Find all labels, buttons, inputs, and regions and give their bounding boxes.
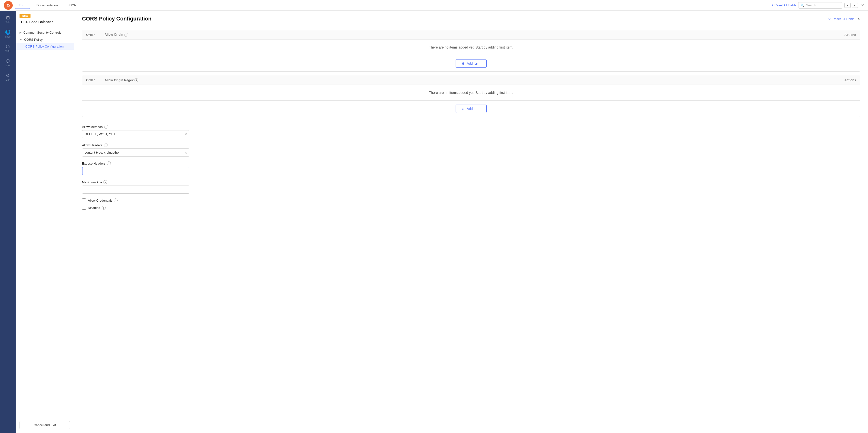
- info-icon-disabled[interactable]: i: [102, 206, 106, 210]
- sidebar-item-cors-policy[interactable]: ▼ CORS Policy: [16, 36, 74, 43]
- main-content: CORS Policy Configuration ↺ Reset All Fi…: [74, 11, 868, 433]
- allow-credentials-checkbox[interactable]: [82, 198, 86, 202]
- tab-json[interactable]: JSON: [64, 2, 81, 9]
- collapse-button[interactable]: ∧: [857, 16, 860, 21]
- content-reset-button[interactable]: ↺ Reset All Fields: [828, 17, 854, 21]
- allow-headers-clear-button[interactable]: ✕: [184, 151, 187, 155]
- sidebar-top: New HTTP Load Balancer: [16, 11, 74, 27]
- allow-methods-wrapper: ✕: [82, 130, 189, 138]
- sidebar-item-label-common-security: Common Security Controls: [24, 31, 61, 34]
- allow-methods-input[interactable]: [82, 130, 189, 138]
- mesh-icon: ⬡: [6, 58, 10, 64]
- search-box: 🔍: [798, 2, 842, 8]
- allow-origin-regex-section: Order Allow Origin Regex i Actions There…: [82, 75, 860, 117]
- sidebar-icon-mesh[interactable]: ⬡ Mes: [0, 56, 16, 69]
- allow-methods-field: Allow Methods i ✕: [82, 125, 860, 138]
- sidebar-item-label-cors-policy: CORS Policy: [24, 38, 43, 41]
- nav-down-button[interactable]: ▼: [851, 3, 858, 8]
- sidebar-icon-label-mesh: Mes: [6, 64, 10, 67]
- info-icon-allow-origin[interactable]: i: [124, 33, 128, 37]
- tab-form[interactable]: Form: [14, 2, 30, 9]
- topbar-reset-button[interactable]: ↺ Reset All Fields: [770, 3, 797, 7]
- info-icon-allow-methods[interactable]: i: [104, 125, 108, 129]
- col-allow-origin: Allow Origin i: [104, 33, 128, 37]
- info-icon-allow-credentials[interactable]: i: [114, 198, 118, 202]
- manage-icon: ⚙: [6, 73, 10, 78]
- sidebar-icon-label-virtual: Virtu: [5, 50, 10, 53]
- disabled-checkbox[interactable]: [82, 206, 86, 210]
- allow-origin-regex-header: Order Allow Origin Regex i Actions: [82, 76, 860, 85]
- sidebar-icon-grid[interactable]: ⊞ Sele: [0, 13, 16, 26]
- sidebar-item-common-security[interactable]: ▶ Common Security Controls: [16, 29, 74, 36]
- col-allow-origin-regex-label: Allow Origin Regex: [104, 78, 133, 82]
- info-icon-allow-origin-regex[interactable]: i: [134, 78, 138, 82]
- reset-label: Reset All Fields: [775, 3, 797, 7]
- info-icon-expose-headers[interactable]: i: [107, 161, 111, 165]
- col-order-2: Order: [86, 78, 95, 82]
- allow-methods-clear-button[interactable]: ✕: [184, 132, 187, 136]
- sidebar-icon-label-grid: Sele: [5, 21, 10, 24]
- reset-content-icon: ↺: [828, 17, 831, 21]
- allow-origin-regex-add-label: Add Item: [467, 107, 480, 111]
- sidebar-icon-manage[interactable]: ⚙ Man: [0, 70, 16, 84]
- globe-icon: 🌐: [5, 30, 10, 35]
- arrow-icon-common: ▶: [20, 31, 22, 34]
- sidebar-nav: ▶ Common Security Controls ▼ CORS Policy…: [16, 27, 74, 417]
- allow-headers-input[interactable]: [82, 148, 189, 157]
- new-badge: New: [20, 14, 31, 18]
- nav-arrows: ▲ ▼: [844, 3, 858, 8]
- maximum-age-label: Maximum Age: [82, 180, 102, 184]
- sidebar-icon-label-sites: Sites: [5, 35, 10, 38]
- maximum-age-wrapper: [82, 186, 189, 194]
- allow-origin-add-button[interactable]: ⊕ Add Item: [456, 59, 486, 68]
- info-icon-maximum-age[interactable]: i: [103, 180, 107, 184]
- col-allow-origin-label: Allow Origin: [104, 33, 123, 36]
- grid-icon: ⊞: [6, 15, 10, 21]
- allow-origin-regex-empty: There are no items added yet. Start by a…: [82, 85, 860, 100]
- expose-headers-input[interactable]: [82, 167, 189, 175]
- primary-sidebar: New HTTP Load Balancer ▶ Common Security…: [16, 11, 74, 433]
- secondary-sidebar: ⊞ Sele 🌐 Sites ⬡ Virtu ⬡ Mes ⚙ Man: [0, 11, 16, 433]
- arrow-icon-cors: ▼: [20, 38, 22, 41]
- col-order-1: Order: [86, 33, 95, 37]
- allow-credentials-label: Allow Credentials i: [88, 198, 118, 202]
- cancel-exit-button[interactable]: Cancel and Exit: [20, 421, 70, 429]
- expose-headers-wrapper: [82, 167, 189, 175]
- col-actions-2: Actions: [844, 78, 856, 82]
- plus-icon-2: ⊕: [462, 107, 465, 111]
- expose-headers-label: Expose Headers: [82, 162, 105, 165]
- close-button[interactable]: ✕: [861, 3, 864, 7]
- allow-credentials-text: Allow Credentials: [88, 199, 112, 202]
- tab-documentation[interactable]: Documentation: [32, 2, 62, 9]
- sidebar-icon-label-manage: Man: [5, 78, 10, 81]
- allow-origin-add-label: Add Item: [467, 61, 480, 65]
- sidebar-bottom: Cancel and Exit: [16, 417, 74, 433]
- content-header: CORS Policy Configuration ↺ Reset All Fi…: [74, 11, 868, 26]
- disabled-text: Disabled: [88, 206, 100, 210]
- sidebar-icon-sites[interactable]: 🌐 Sites: [0, 27, 16, 40]
- allow-headers-label-row: Allow Headers i: [82, 143, 860, 147]
- form-section: Allow Methods i ✕ Allow Headers i ✕: [74, 121, 868, 217]
- info-icon-allow-headers[interactable]: i: [104, 143, 108, 147]
- sidebar-subitem-cors-config[interactable]: CORS Policy Configuration: [16, 43, 74, 50]
- reset-icon: ↺: [770, 3, 773, 7]
- virtual-icon: ⬡: [6, 44, 10, 49]
- disabled-field: Disabled i: [82, 206, 860, 210]
- plus-icon-1: ⊕: [462, 61, 465, 65]
- allow-origin-add-area: ⊕ Add Item: [82, 55, 860, 71]
- maximum-age-field: Maximum Age i: [82, 180, 860, 194]
- allow-origin-header: Order Allow Origin i Actions: [82, 30, 860, 39]
- expose-headers-field: Expose Headers i: [82, 161, 860, 175]
- maximum-age-input[interactable]: [82, 186, 189, 194]
- disabled-label: Disabled i: [88, 206, 106, 210]
- allow-origin-regex-add-area: ⊕ Add Item: [82, 100, 860, 117]
- allow-origin-section: Order Allow Origin i Actions There are n…: [82, 30, 860, 72]
- allow-credentials-field: Allow Credentials i: [82, 198, 860, 202]
- allow-origin-regex-add-button[interactable]: ⊕ Add Item: [456, 105, 486, 113]
- sidebar-icon-virtual[interactable]: ⬡ Virtu: [0, 41, 16, 55]
- nav-up-button[interactable]: ▲: [844, 3, 851, 8]
- allow-headers-wrapper: ✕: [82, 148, 189, 157]
- topbar: f5 Form Documentation JSON ↺ Reset All F…: [0, 0, 868, 11]
- search-input[interactable]: [806, 3, 840, 7]
- search-icon: 🔍: [800, 3, 805, 7]
